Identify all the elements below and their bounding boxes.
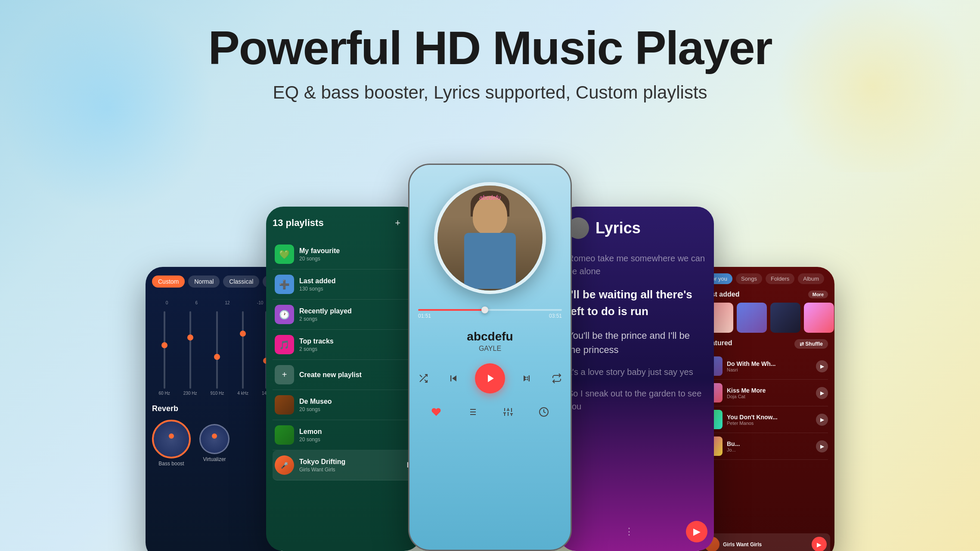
playlist-item-recently-played[interactable]: 🕐 Recently played 2 songs ⋮ bbox=[273, 300, 415, 330]
playlist-icon-top: 🎵 bbox=[275, 335, 294, 354]
featured-play-1[interactable]: ▶ bbox=[816, 360, 828, 372]
queue-button[interactable] bbox=[465, 404, 480, 419]
playlist-item-tokyo[interactable]: 🎤 Tokyo Drifting Girls Want Girls ⏸ bbox=[273, 450, 415, 480]
featured-name-3: You Don't Know... bbox=[727, 414, 778, 421]
lib-tab-folders[interactable]: Folders bbox=[766, 273, 794, 284]
lyrics-header: Lyrics bbox=[568, 217, 705, 239]
featured-item-4[interactable]: Bu... Jo... ▶ bbox=[703, 433, 828, 460]
playlist-item-info-top-tracks: Top tracks 2 songs bbox=[299, 337, 400, 352]
eq-bar-1[interactable] bbox=[164, 311, 165, 389]
timer-button[interactable] bbox=[537, 404, 552, 419]
header: Powerful HD Music Player EQ & bass boost… bbox=[0, 0, 980, 111]
progress-bar[interactable] bbox=[418, 309, 562, 311]
total-time: 03:51 bbox=[549, 313, 562, 319]
lyrics-line-2: I'll be waiting all there's left to do i… bbox=[568, 286, 705, 320]
lib-tab-album[interactable]: Album bbox=[798, 273, 824, 284]
lib-now-playing-song: Girls Want Girls bbox=[723, 542, 808, 548]
eq-tab-custom[interactable]: Custom bbox=[152, 276, 185, 288]
featured-item-3[interactable]: You Don't Know... Peter Manos ▶ bbox=[703, 406, 828, 433]
phones-container: Custom Normal Classical Dan... 0612-10 6… bbox=[0, 164, 980, 551]
playlist-icon-new: + bbox=[275, 365, 294, 384]
playlist-item-name-create-new: Create new playlist bbox=[299, 371, 400, 379]
add-playlist-icon[interactable]: + bbox=[395, 217, 400, 229]
playlist-icon-tokyo: 🎤 bbox=[275, 455, 294, 475]
lyrics-phone: Lyrics Romeo take me somewhere we can be… bbox=[559, 207, 714, 551]
repeat-button[interactable] bbox=[548, 370, 565, 387]
playlist-item-last-added[interactable]: ➕ Last added 130 songs ⋮ bbox=[273, 269, 415, 300]
album-art-image bbox=[437, 186, 543, 291]
main-title: Powerful HD Music Player bbox=[0, 22, 980, 74]
lyrics-line-3: You'll be the prince and I'll be the pri… bbox=[568, 328, 705, 357]
featured-play-4[interactable]: ▶ bbox=[816, 440, 828, 452]
bass-boost-knob[interactable] bbox=[152, 420, 191, 458]
library-last-added-title: Last added More bbox=[703, 291, 828, 298]
featured-info-3: You Don't Know... Peter Manos bbox=[727, 414, 812, 426]
playlist-item-name-lemon: Lemon bbox=[299, 428, 412, 436]
player-content: abcdefu 01:51 03:51 abcdefu GAYLE bbox=[409, 165, 571, 550]
lyrics-play-button[interactable]: ▶ bbox=[686, 521, 707, 542]
lib-now-playing-play[interactable]: ▶ bbox=[812, 537, 827, 551]
progress-fill bbox=[418, 309, 484, 311]
playlist-item-info-tokyo: Tokyo Drifting Girls Want Girls bbox=[299, 458, 400, 473]
prev-button[interactable] bbox=[445, 370, 462, 387]
playlist-icon-recent: 🕐 bbox=[275, 305, 294, 324]
eq-bar-3[interactable] bbox=[216, 311, 218, 389]
eq-tab-normal[interactable]: Normal bbox=[188, 276, 220, 288]
playlist-icon-heart: 💚 bbox=[275, 245, 294, 264]
lyrics-footer: ⊞ ⋮ ▶ bbox=[565, 521, 707, 542]
player-artist: GAYLE bbox=[467, 345, 513, 353]
album-thumb-3[interactable] bbox=[770, 303, 800, 333]
featured-item-1[interactable]: Do With Me Wh... Nasri ▶ bbox=[703, 353, 828, 380]
featured-name-2: Kiss Me More bbox=[727, 387, 778, 394]
playlist-item-count-tokyo: Girls Want Girls bbox=[299, 467, 400, 473]
playlist-item-name-recently-played: Recently played bbox=[299, 307, 400, 315]
playlist-item-count-lemon: 20 songs bbox=[299, 436, 412, 443]
featured-artist-1: Nasri bbox=[727, 367, 812, 372]
playlist-item-info-last-added: Last added 130 songs bbox=[299, 277, 400, 292]
player-progress[interactable]: 01:51 03:51 bbox=[418, 309, 562, 319]
eq-tabs: Custom Normal Classical Dan... bbox=[152, 276, 277, 288]
shuffle-button[interactable] bbox=[415, 370, 432, 387]
playlist-item-name-tokyo: Tokyo Drifting bbox=[299, 458, 400, 466]
playlist-item-create-new[interactable]: + Create new playlist ⋮ bbox=[273, 360, 415, 390]
shuffle-button[interactable]: ⇄ Shuffle bbox=[794, 339, 828, 349]
eq-bar-2[interactable] bbox=[189, 311, 191, 389]
heart-button[interactable] bbox=[428, 404, 443, 419]
lyrics-line-1: Romeo take me somewhere we can be alone bbox=[568, 252, 705, 278]
virtualizer-knob[interactable] bbox=[199, 424, 229, 454]
playlist-item-de-museo[interactable]: De Museo 20 songs bbox=[273, 390, 415, 420]
playlist-item-info-de-museo: De Museo 20 songs bbox=[299, 398, 412, 412]
player-song-info: abcdefu GAYLE bbox=[467, 330, 513, 353]
playlist-item-top-tracks[interactable]: 🎵 Top tracks 2 songs ⋮ bbox=[273, 330, 415, 360]
playlist-count-title: 13 playlists bbox=[273, 217, 324, 229]
lyrics-line-5: So I sneak out to the garden to see you bbox=[568, 387, 705, 413]
lyrics-title: Lyrics bbox=[595, 219, 641, 237]
playlist-item-info-lemon: Lemon 20 songs bbox=[299, 428, 412, 443]
playlist-item-lemon[interactable]: Lemon 20 songs bbox=[273, 420, 415, 450]
play-button[interactable] bbox=[475, 363, 505, 393]
playlist-item-my-favourite[interactable]: 💚 My favourite 20 songs ⋮ bbox=[273, 239, 415, 269]
eq-tab-classical[interactable]: Classical bbox=[223, 276, 259, 288]
featured-play-3[interactable]: ▶ bbox=[816, 414, 828, 426]
library-phone: For you Songs Folders Album Last added M… bbox=[697, 267, 834, 551]
player-controls bbox=[415, 363, 565, 393]
featured-item-2[interactable]: Kiss Me More Doja Cat ▶ bbox=[703, 380, 828, 406]
lyrics-footer-dots[interactable]: ⋮ bbox=[624, 526, 634, 537]
eq-bar-4[interactable] bbox=[242, 311, 244, 389]
playlist-icon-lemon bbox=[275, 425, 294, 445]
featured-play-2[interactable]: ▶ bbox=[816, 387, 828, 399]
progress-thumb[interactable] bbox=[481, 306, 488, 313]
lib-tab-songs[interactable]: Songs bbox=[736, 273, 762, 284]
album-thumb-4[interactable] bbox=[804, 303, 834, 333]
album-thumb-2[interactable] bbox=[737, 303, 767, 333]
reverb-section: Reverb Bass boost Virtualizer bbox=[152, 404, 277, 467]
main-player-phone: abcdefu 01:51 03:51 abcdefu GAYLE bbox=[408, 164, 572, 551]
next-button[interactable] bbox=[518, 370, 535, 387]
equalizer-button[interactable] bbox=[500, 404, 515, 419]
library-more-button[interactable]: More bbox=[808, 291, 828, 298]
current-time: 01:51 bbox=[418, 313, 431, 319]
featured-info-2: Kiss Me More Doja Cat bbox=[727, 387, 812, 399]
album-art: abcdefu bbox=[434, 182, 546, 294]
progress-times: 01:51 03:51 bbox=[418, 313, 562, 319]
eq-phone: Custom Normal Classical Dan... 0612-10 6… bbox=[146, 267, 283, 551]
